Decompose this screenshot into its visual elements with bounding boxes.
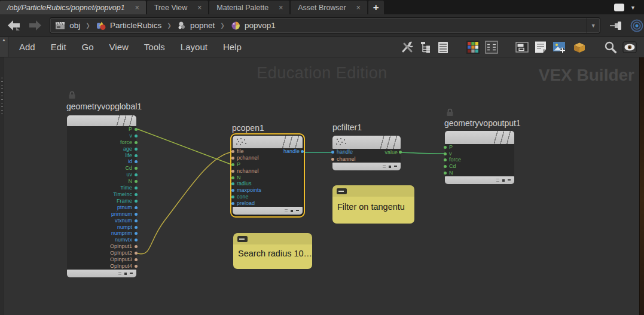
forward-button-icon[interactable]	[28, 19, 43, 32]
path-history-dropdown-icon[interactable]: ▼	[587, 18, 600, 33]
sticky-minimize-icon[interactable]	[337, 188, 347, 194]
tab-close-icon[interactable]: ×	[133, 4, 141, 11]
tree-view-icon[interactable]	[420, 41, 432, 54]
port-dot[interactable]	[135, 206, 138, 209]
sticky-note-icon[interactable]	[534, 41, 547, 54]
menu-item[interactable]: Go	[80, 41, 96, 53]
breadcrumb-obj[interactable]: obj	[50, 18, 85, 33]
node-flag-icon[interactable]	[502, 179, 505, 182]
port-dot[interactable]	[135, 141, 138, 144]
port-dot[interactable]	[135, 134, 138, 137]
port-dot[interactable]	[135, 213, 138, 216]
node-flag-icon[interactable]	[130, 273, 133, 274]
port-dot[interactable]	[444, 146, 447, 149]
header-stripes	[114, 115, 135, 126]
port-dot[interactable]	[135, 128, 138, 131]
new-tab-button[interactable]: +	[368, 1, 384, 14]
tab-asset-browser[interactable]: Asset Browser ×	[291, 1, 367, 14]
palette-icon[interactable]	[466, 41, 480, 54]
breadcrumb-popvop1[interactable]: popvop1	[225, 18, 280, 33]
right-pane-edge[interactable]	[639, 57, 644, 315]
port-dot[interactable]	[231, 195, 234, 198]
tab-close-icon[interactable]: ×	[355, 4, 362, 11]
node-flag-icon[interactable]	[389, 166, 391, 168]
node-flag-icon[interactable]	[285, 209, 288, 212]
pane-menu-dropdown-icon[interactable]: ▼	[630, 5, 636, 11]
node-flag-icon[interactable]	[296, 210, 299, 211]
port-dot[interactable]	[231, 163, 234, 166]
menu-item[interactable]: Tools	[142, 41, 167, 53]
menu-bar: ▲ Add Edit Go View Tools Layout Help	[0, 37, 644, 57]
tab-close-icon[interactable]: ×	[196, 4, 203, 11]
node-flag-icon[interactable]	[124, 273, 127, 275]
port-dot[interactable]	[135, 200, 138, 203]
tab-tree-view[interactable]: Tree View ×	[147, 1, 209, 14]
sticky-note-filter[interactable]: Filter on tangentu	[332, 185, 414, 224]
port-dot[interactable]	[231, 202, 234, 205]
port-dot[interactable]	[231, 182, 234, 185]
port-dot[interactable]	[135, 148, 138, 151]
grid-options-icon[interactable]	[485, 41, 498, 54]
pane-resize-grip-icon[interactable]	[1, 78, 3, 116]
port-dot[interactable]	[135, 154, 138, 157]
layout-window-icon[interactable]	[515, 41, 529, 54]
follow-focus-icon[interactable]	[630, 19, 644, 33]
node-flag-icon[interactable]	[394, 166, 397, 167]
node-header[interactable]	[233, 136, 303, 148]
node-header[interactable]	[67, 115, 136, 126]
pin-pane-icon[interactable]	[609, 20, 624, 32]
port-dot[interactable]	[135, 226, 138, 229]
sticky-note-radius[interactable]: Search radius 10…	[233, 233, 312, 269]
pane-maximize-icon[interactable]	[614, 4, 624, 11]
node-header[interactable]	[332, 136, 401, 149]
port-dot[interactable]	[444, 172, 447, 175]
menu-item[interactable]: Help	[221, 41, 244, 53]
port-label: vtxnum	[115, 218, 132, 224]
menu-item[interactable]: Edit	[48, 41, 69, 53]
node-flag-icon[interactable]	[291, 210, 293, 212]
list-icon[interactable]	[437, 41, 449, 54]
port-dot[interactable]	[331, 151, 334, 154]
node-flag-icon[interactable]	[508, 179, 511, 181]
node-pcfilter1[interactable]: handle channel value	[332, 136, 401, 170]
search-icon[interactable]	[604, 41, 617, 54]
package-icon[interactable]	[572, 41, 587, 54]
menu-item[interactable]: View	[107, 41, 131, 53]
port-dot[interactable]	[331, 158, 334, 161]
port-dot[interactable]	[444, 152, 447, 155]
add-image-icon[interactable]	[553, 41, 567, 54]
visibility-icon[interactable]	[622, 41, 637, 54]
port-dot[interactable]	[231, 176, 234, 179]
network-path-field[interactable]: obj › ParticleRubics › popnet ›	[50, 17, 600, 33]
port-dot[interactable]	[231, 150, 234, 153]
back-button-icon[interactable]	[6, 19, 22, 32]
port-dot[interactable]	[135, 219, 138, 222]
node-geometryvopglobal1[interactable]: P v force age life i	[67, 115, 136, 277]
pane-grip[interactable]: ▲	[0, 37, 8, 57]
node-flag-icon[interactable]	[383, 165, 386, 168]
port-dot[interactable]	[135, 265, 138, 268]
port-dot[interactable]	[444, 165, 447, 168]
node-flag-icon[interactable]	[118, 272, 121, 275]
breadcrumb-particlerubics[interactable]: ParticleRubics	[91, 18, 166, 33]
menu-item[interactable]: Layout	[178, 41, 210, 53]
left-pane-edge[interactable]	[0, 57, 4, 315]
menu-item[interactable]: Add	[17, 41, 38, 53]
port-dot[interactable]	[135, 193, 138, 196]
port-dot[interactable]	[231, 170, 234, 173]
tab-network-editor[interactable]: /obj/ParticleRubics/popnet/popvop1 ×	[0, 1, 146, 14]
node-header[interactable]	[445, 131, 514, 144]
port-label: ptnum	[117, 205, 132, 210]
breadcrumb-popnet[interactable]: popnet	[172, 18, 219, 33]
tab-material-palette[interactable]: Material Palette ×	[209, 1, 289, 14]
node-geometryvopoutput1[interactable]: P v force Cd N	[445, 131, 514, 184]
node-pcopen1[interactable]: file pchannel P nchannel	[230, 133, 305, 218]
port-dot[interactable]	[231, 189, 234, 192]
tab-close-icon[interactable]: ×	[277, 4, 285, 11]
port-dot[interactable]	[301, 150, 304, 153]
node-flag-icon[interactable]	[496, 179, 499, 182]
sticky-minimize-icon[interactable]	[237, 236, 248, 242]
port-dot[interactable]	[231, 157, 234, 160]
tools-icon[interactable]	[400, 41, 414, 54]
port-dot[interactable]	[444, 158, 447, 161]
